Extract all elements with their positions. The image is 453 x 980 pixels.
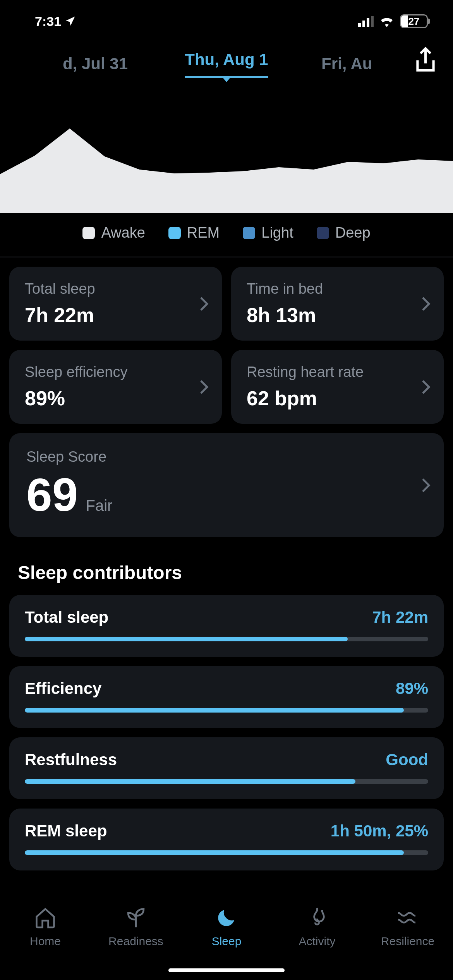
card-label: Sleep Score — [26, 449, 427, 465]
share-button[interactable] — [414, 46, 438, 76]
contributors-title: Sleep contributors — [0, 547, 453, 591]
tab-resilience[interactable]: Resilience — [362, 906, 453, 948]
tab-bar: Home Readiness Sleep Activity Resilience — [0, 895, 453, 980]
chevron-right-icon — [421, 478, 431, 493]
contributor-name: Restfulness — [25, 750, 117, 769]
home-icon — [34, 906, 57, 929]
card-sleep-efficiency[interactable]: Sleep efficiency 89% — [9, 350, 222, 424]
card-label: Time in bed — [247, 281, 428, 297]
sleep-stages-chart[interactable] — [0, 97, 453, 213]
sprout-icon — [124, 906, 148, 929]
svg-rect-2 — [367, 18, 369, 27]
contributor-item[interactable]: Efficiency89% — [9, 666, 444, 728]
chevron-right-icon — [421, 379, 431, 395]
wifi-icon — [379, 15, 395, 27]
date-selector: d, Jul 31 Thu, Aug 1 Fri, Au — [0, 43, 453, 85]
legend-light: Light — [243, 224, 293, 241]
date-next[interactable]: Fri, Au — [321, 55, 399, 73]
svg-rect-3 — [371, 16, 374, 27]
contributor-value: 89% — [396, 679, 428, 698]
chevron-right-icon — [421, 296, 431, 312]
contributor-item[interactable]: Total sleep7h 22m — [9, 595, 444, 657]
moon-icon — [215, 906, 238, 929]
card-total-sleep[interactable]: Total sleep 7h 22m — [9, 267, 222, 341]
tab-sleep[interactable]: Sleep — [181, 906, 272, 948]
location-icon — [64, 15, 76, 27]
card-label: Total sleep — [25, 281, 206, 297]
date-current[interactable]: Thu, Aug 1 — [185, 50, 268, 78]
tab-readiness[interactable]: Readiness — [91, 906, 181, 948]
battery-indicator: 27 — [400, 14, 428, 28]
contributor-bar — [25, 779, 428, 784]
metrics-grid: Total sleep 7h 22m Time in bed 8h 13m Sl… — [0, 257, 453, 547]
contributor-bar — [25, 637, 428, 641]
sleep-score-value: 69 — [26, 471, 78, 518]
legend-awake: Awake — [82, 224, 145, 241]
flame-icon — [305, 906, 329, 929]
tab-home[interactable]: Home — [0, 906, 91, 948]
legend-rem: REM — [168, 224, 220, 241]
contributors-list: Total sleep7h 22mEfficiency89%Restfulnes… — [0, 591, 453, 870]
legend-deep: Deep — [317, 224, 371, 241]
contributor-name: Efficiency — [25, 679, 101, 698]
tab-activity[interactable]: Activity — [272, 906, 362, 948]
contributor-bar — [25, 708, 428, 713]
svg-rect-1 — [362, 21, 365, 27]
contributor-bar — [25, 850, 428, 855]
status-bar: 7:31 27 — [0, 0, 453, 43]
contributor-value: 7h 22m — [372, 608, 428, 627]
card-value: 62 bpm — [247, 387, 428, 410]
card-sleep-score[interactable]: Sleep Score 69 Fair — [9, 433, 444, 537]
contributor-value: Good — [386, 750, 428, 769]
card-label: Resting heart rate — [247, 364, 428, 380]
svg-marker-7 — [0, 128, 453, 213]
card-resting-heart-rate[interactable]: Resting heart rate 62 bpm — [231, 350, 444, 424]
card-time-in-bed[interactable]: Time in bed 8h 13m — [231, 267, 444, 341]
chevron-right-icon — [199, 296, 209, 312]
svg-rect-0 — [358, 23, 361, 27]
contributor-value: 1h 50m, 25% — [331, 822, 428, 840]
card-label: Sleep efficiency — [25, 364, 206, 380]
contributor-item[interactable]: RestfulnessGood — [9, 737, 444, 799]
contributor-item[interactable]: REM sleep1h 50m, 25% — [9, 809, 444, 870]
chevron-right-icon — [199, 379, 209, 395]
cellular-icon — [358, 16, 374, 27]
contributor-name: REM sleep — [25, 822, 107, 840]
card-value: 7h 22m — [25, 303, 206, 327]
date-prev[interactable]: d, Jul 31 — [0, 55, 128, 73]
share-icon — [414, 46, 438, 74]
contributor-name: Total sleep — [25, 608, 108, 627]
sleep-score-rating: Fair — [86, 497, 112, 514]
chart-legend: Awake REM Light Deep — [0, 213, 453, 257]
status-time: 7:31 — [35, 14, 61, 29]
card-value: 89% — [25, 387, 206, 410]
waves-icon — [396, 906, 419, 929]
card-value: 8h 13m — [247, 303, 428, 327]
home-indicator[interactable] — [168, 968, 285, 972]
